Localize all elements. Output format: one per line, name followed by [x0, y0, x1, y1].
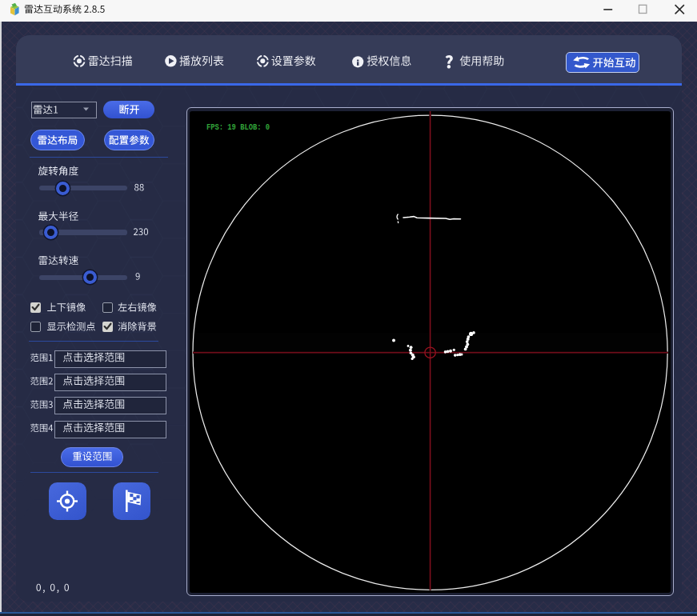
svg-text:FPS: 19 BLOB: 0: FPS: 19 BLOB: 0: [206, 122, 270, 132]
